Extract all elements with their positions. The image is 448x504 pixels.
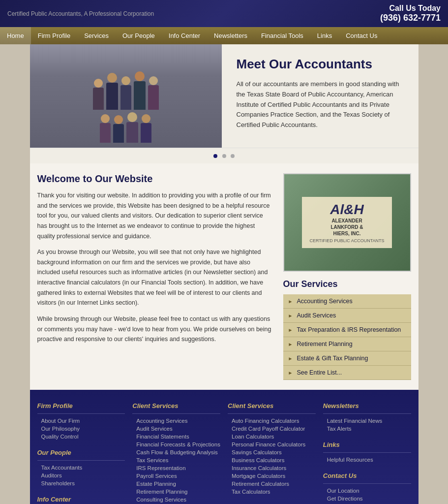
firm-tagline: Certified Public Accountants, A Professi… bbox=[7, 10, 154, 17]
footer-estate[interactable]: Estate Planning bbox=[132, 481, 220, 487]
footer-business-calc[interactable]: Business Calculators bbox=[228, 457, 316, 463]
header-top: Certified Public Accountants, A Professi… bbox=[0, 0, 448, 27]
footer-get-directions[interactable]: Get Directions bbox=[323, 496, 411, 502]
footer-mortgage-calc[interactable]: Mortgage Calculators bbox=[228, 473, 316, 479]
chevron-right-icon: ► bbox=[288, 299, 293, 304]
call-us-area: Call Us Today (936) 632-7771 bbox=[380, 4, 441, 23]
footer-about[interactable]: About Our Firm bbox=[37, 418, 125, 424]
service-estate[interactable]: ► Estate & Gift Tax Planning bbox=[283, 351, 411, 366]
phone-number: (936) 632-7771 bbox=[380, 13, 441, 23]
welcome-para-1: Thank you for visiting our website. In a… bbox=[37, 190, 273, 241]
footer-col-3: Client Services Auto Financing Calculato… bbox=[228, 402, 316, 504]
nav-newsletters[interactable]: Newsletters bbox=[207, 27, 254, 44]
welcome-title: Welcome to Our Website bbox=[37, 173, 273, 185]
footer-heading-people: Our People bbox=[37, 449, 125, 456]
slide-dots bbox=[30, 148, 418, 163]
footer-shareholders[interactable]: Shareholders bbox=[37, 480, 125, 486]
footer-savings-calc[interactable]: Savings Calculators bbox=[228, 449, 316, 455]
footer-grid: Firm Profile About Our Firm Our Philosop… bbox=[37, 402, 411, 504]
content-section: Welcome to Our Website Thank you for vis… bbox=[30, 163, 418, 390]
welcome-para-3: While browsing through our Website, plea… bbox=[37, 314, 273, 345]
nav-links[interactable]: Links bbox=[310, 27, 339, 44]
footer-heading-firm: Firm Profile bbox=[37, 402, 125, 410]
footer-heading-client1: Client Services bbox=[132, 402, 220, 410]
footer-tax-accountants[interactable]: Tax Accountants bbox=[37, 465, 125, 471]
footer-retirement-calc[interactable]: Retirement Calculators bbox=[228, 481, 316, 487]
company-subtitle: CERTIFIED PUBLIC ACCOUNTANTS bbox=[309, 238, 384, 243]
hero-description: All of our accountants are members in go… bbox=[237, 79, 404, 130]
slide-dot-2[interactable] bbox=[222, 154, 226, 158]
chevron-right-icon: ► bbox=[288, 356, 293, 361]
chevron-right-icon: ► bbox=[288, 327, 293, 333]
footer-auditors[interactable]: Auditors bbox=[37, 472, 125, 478]
hero-section: Meet Our Accountants All of our accounta… bbox=[30, 44, 418, 148]
footer-philosophy[interactable]: Our Philosophy bbox=[37, 426, 125, 432]
footer-heading-contact: Contact Us bbox=[323, 472, 411, 479]
right-panel: Al&H ALEXANDER LANKFORD & HIERS, INC. CE… bbox=[283, 173, 411, 380]
welcome-area: Welcome to Our Website Thank you for vis… bbox=[37, 173, 273, 380]
footer-consulting[interactable]: Consulting Services bbox=[132, 497, 220, 503]
hero-text: Meet Our Accountants All of our accounta… bbox=[222, 44, 418, 148]
nav-our-people[interactable]: Our People bbox=[116, 27, 162, 44]
slide-dot-3[interactable] bbox=[231, 154, 235, 158]
footer-helpful[interactable]: Helpful Resources bbox=[323, 457, 411, 463]
footer-accounting[interactable]: Accounting Services bbox=[132, 418, 220, 424]
service-retirement[interactable]: ► Retirement Planning bbox=[283, 337, 411, 351]
footer-payroll[interactable]: Payroll Services bbox=[132, 473, 220, 479]
footer-insurance-calc[interactable]: Insurance Calculators bbox=[228, 465, 316, 471]
footer-financial-stmt[interactable]: Financial Statements bbox=[132, 434, 220, 440]
chevron-right-icon: ► bbox=[288, 342, 293, 347]
footer-heading-newsletters: Newsletters bbox=[323, 402, 411, 410]
footer-loan-calc[interactable]: Loan Calculators bbox=[228, 434, 316, 440]
company-logo: Al&H bbox=[309, 202, 384, 218]
footer-personal-calc[interactable]: Personal Finance Calculators bbox=[228, 441, 316, 447]
service-audit[interactable]: ► Audit Services bbox=[283, 309, 411, 323]
footer-col-4: Newsletters Latest Financial News Tax Al… bbox=[323, 402, 411, 504]
services-title: Our Services bbox=[283, 279, 411, 289]
footer-col-1: Firm Profile About Our Firm Our Philosop… bbox=[37, 402, 125, 504]
footer-col-2: Client Services Accounting Services Audi… bbox=[132, 402, 220, 504]
footer-quality[interactable]: Quality Control bbox=[37, 434, 125, 440]
footer-irs-rep[interactable]: IRS Representation bbox=[132, 465, 220, 471]
footer-tax-alerts[interactable]: Tax Alerts bbox=[323, 426, 411, 432]
nav-home[interactable]: Home bbox=[0, 27, 31, 44]
hero-image bbox=[30, 44, 222, 148]
footer-retirement[interactable]: Retirement Planning bbox=[132, 489, 220, 495]
footer-forecasts[interactable]: Financial Forecasts & Projections bbox=[132, 441, 220, 447]
chevron-right-icon: ► bbox=[288, 370, 293, 376]
main-nav: Home Firm Profile Services Our People In… bbox=[0, 27, 448, 44]
service-accounting[interactable]: ► Accounting Services bbox=[283, 294, 411, 309]
nav-services[interactable]: Services bbox=[77, 27, 116, 44]
footer-our-location[interactable]: Our Location bbox=[323, 488, 411, 494]
call-us-label: Call Us Today bbox=[380, 4, 441, 13]
slide-dot-1[interactable] bbox=[213, 154, 217, 158]
footer-tax-svcs[interactable]: Tax Services bbox=[132, 457, 220, 463]
footer-tax-calc[interactable]: Tax Calculators bbox=[228, 489, 316, 495]
footer-cc-calc[interactable]: Credit Card Payoff Calculator bbox=[228, 426, 316, 432]
company-name: ALEXANDER LANKFORD & HIERS, INC. bbox=[309, 218, 384, 237]
footer-heading-links: Links bbox=[323, 441, 411, 448]
footer-cashflow[interactable]: Cash Flow & Budgeting Analysis bbox=[132, 449, 220, 455]
welcome-para-2: As you browse through our Website, you w… bbox=[37, 247, 273, 308]
building-image: Al&H ALEXANDER LANKFORD & HIERS, INC. CE… bbox=[283, 173, 411, 272]
footer-heading-info: Info Center bbox=[37, 496, 125, 503]
footer-latest-news[interactable]: Latest Financial News bbox=[323, 418, 411, 424]
footer-audit[interactable]: Audit Services bbox=[132, 426, 220, 432]
footer-auto-calc[interactable]: Auto Financing Calculators bbox=[228, 418, 316, 424]
service-entire-list[interactable]: ► See Entire List... bbox=[283, 366, 411, 380]
nav-firm-profile[interactable]: Firm Profile bbox=[31, 27, 77, 44]
nav-financial-tools[interactable]: Financial Tools bbox=[254, 27, 310, 44]
services-section: Our Services ► Accounting Services ► Aud… bbox=[283, 279, 411, 380]
service-tax-prep[interactable]: ► Tax Preparation & IRS Representation bbox=[283, 323, 411, 337]
nav-contact-us[interactable]: Contact Us bbox=[339, 27, 384, 44]
footer-heading-client2: Client Services bbox=[228, 402, 316, 410]
footer: Firm Profile About Our Firm Our Philosop… bbox=[30, 390, 418, 504]
chevron-right-icon: ► bbox=[288, 313, 293, 318]
nav-info-center[interactable]: Info Center bbox=[162, 27, 207, 44]
hero-title: Meet Our Accountants bbox=[237, 57, 404, 72]
